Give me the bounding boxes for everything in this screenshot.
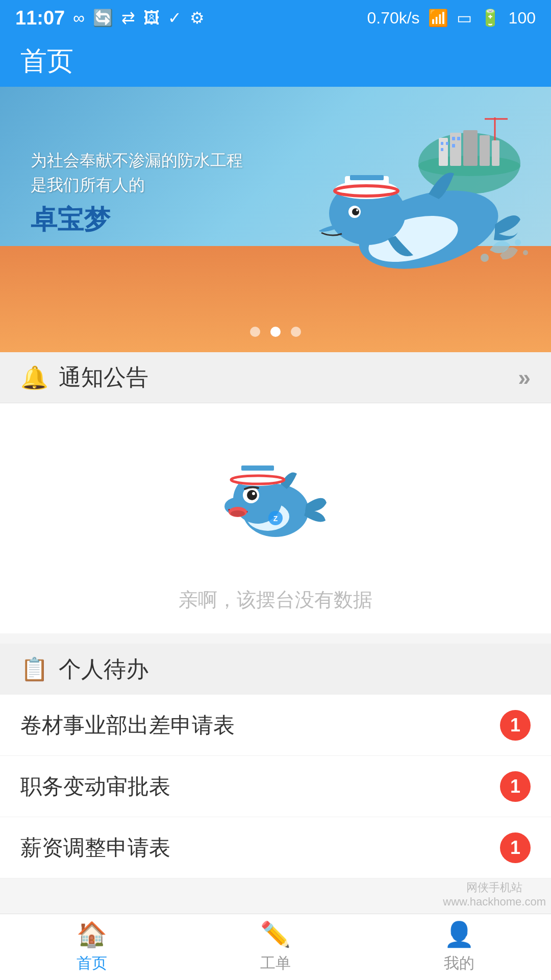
- todo-item-1[interactable]: 卷材事业部出差申请表 1: [0, 695, 551, 756]
- person-icon: ⚙: [190, 8, 205, 28]
- profile-icon: 👤: [444, 920, 474, 949]
- todo-item-2[interactable]: 职务变动审批表 1: [0, 756, 551, 817]
- status-bar: 11:07 ∞ 🔄 ⇄ 🖼 ✓ ⚙ 0.70k/s 📶 ▭ 🔋 100: [0, 0, 551, 36]
- todo-item-name-1: 卷材事业部出差申请表: [20, 711, 235, 740]
- app-header: 首页: [0, 36, 551, 87]
- nav-item-workorder[interactable]: ✏️ 工单: [184, 914, 367, 980]
- svg-rect-10: [452, 137, 455, 140]
- network-speed: 0.70k/s: [367, 9, 419, 28]
- empty-text: 亲啊，该摆台没有数据: [179, 587, 372, 613]
- notice-title-area: 🔔 通知公告: [20, 362, 148, 393]
- watermark: 网侠手机站 www.hackhome.com: [443, 880, 546, 909]
- workorder-icon: ✏️: [260, 920, 291, 949]
- carousel-dot-3[interactable]: [291, 327, 301, 337]
- todo-item-name-2: 职务变动审批表: [20, 772, 170, 801]
- todo-list: 卷材事业部出差申请表 1 职务变动审批表 1 薪资调整申请表 1: [0, 695, 551, 878]
- watermark-line2: www.hackhome.com: [443, 895, 546, 909]
- banner-slide: 为社会奉献不渗漏的防水工程 是我们所有人的 卓宝梦: [0, 87, 551, 352]
- svg-rect-39: [241, 465, 274, 471]
- todo-title: 个人待办: [59, 654, 148, 684]
- check-icon: ✓: [168, 8, 182, 28]
- svg-rect-6: [492, 140, 499, 166]
- dolphin-illustration: [306, 102, 541, 306]
- battery-level: 100: [509, 9, 536, 28]
- svg-rect-11: [457, 137, 460, 140]
- todo-item-name-3: 薪资调整申请表: [20, 834, 170, 862]
- carousel-dot-2[interactable]: [270, 327, 281, 337]
- todo-badge-3: 1: [500, 832, 531, 863]
- banner-carousel[interactable]: 为社会奉献不渗漏的防水工程 是我们所有人的 卓宝梦: [0, 87, 551, 352]
- home-icon: 🏠: [77, 920, 107, 949]
- nav-item-profile[interactable]: 👤 我的: [367, 914, 551, 980]
- svg-point-20: [356, 209, 358, 211]
- svg-rect-5: [480, 135, 490, 166]
- status-right: 0.70k/s 📶 ▭ 🔋 100: [367, 8, 536, 28]
- svg-point-33: [231, 510, 245, 517]
- banner-brand: 卓宝梦: [31, 202, 243, 238]
- watermark-line1: 网侠手机站: [443, 880, 546, 895]
- empty-state-area: Z 亲啊，该摆台没有数据: [0, 403, 551, 633]
- nav-item-home[interactable]: 🏠 首页: [0, 914, 184, 980]
- nav-label-workorder: 工单: [260, 953, 291, 974]
- notice-section-header[interactable]: 🔔 通知公告 »: [0, 352, 551, 403]
- infinite-icon: ∞: [73, 9, 85, 28]
- svg-point-36: [252, 492, 255, 495]
- todo-badge-2: 1: [500, 771, 531, 802]
- svg-point-19: [352, 208, 359, 215]
- svg-rect-4: [463, 130, 478, 166]
- notice-title: 通知公告: [59, 362, 148, 393]
- svg-text:Z: Z: [273, 514, 278, 523]
- todo-section-header: 📋 个人待办: [0, 644, 551, 695]
- carousel-dot-1[interactable]: [250, 327, 260, 337]
- battery-icon: 🔋: [480, 8, 500, 28]
- page-title: 首页: [20, 43, 73, 79]
- sync-icon: 🔄: [93, 8, 113, 28]
- mascot-image: Z: [204, 434, 347, 577]
- svg-rect-12: [452, 144, 455, 148]
- wifi-icon: 📶: [428, 8, 448, 28]
- svg-rect-7: [441, 142, 443, 145]
- todo-icon: 📋: [20, 656, 48, 682]
- svg-point-27: [523, 250, 528, 255]
- status-time: 11:07: [15, 7, 65, 29]
- nav-label-home: 首页: [77, 953, 107, 974]
- notice-more-button[interactable]: »: [518, 365, 531, 390]
- svg-rect-23: [350, 175, 384, 180]
- svg-point-25: [481, 254, 489, 262]
- image-icon: 🖼: [143, 9, 160, 28]
- svg-point-26: [515, 239, 521, 246]
- banner-slogan: 为社会奉献不渗漏的防水工程 是我们所有人的: [31, 148, 243, 197]
- todo-badge-1: 1: [500, 710, 531, 741]
- banner-text: 为社会奉献不渗漏的防水工程 是我们所有人的 卓宝梦: [31, 148, 243, 238]
- usb-icon: ⇄: [121, 8, 135, 28]
- svg-rect-9: [441, 148, 443, 151]
- bottom-nav: 🏠 首页 ✏️ 工单 👤 我的: [0, 914, 551, 980]
- todo-item-3[interactable]: 薪资调整申请表 1: [0, 817, 551, 878]
- svg-point-35: [247, 490, 257, 500]
- nav-label-profile: 我的: [444, 953, 474, 974]
- svg-rect-8: [446, 142, 448, 145]
- signal-icon: ▭: [457, 8, 472, 28]
- status-left: 11:07 ∞ 🔄 ⇄ 🖼 ✓ ⚙: [15, 7, 205, 29]
- bell-icon: 🔔: [20, 364, 48, 391]
- carousel-dots[interactable]: [250, 327, 301, 337]
